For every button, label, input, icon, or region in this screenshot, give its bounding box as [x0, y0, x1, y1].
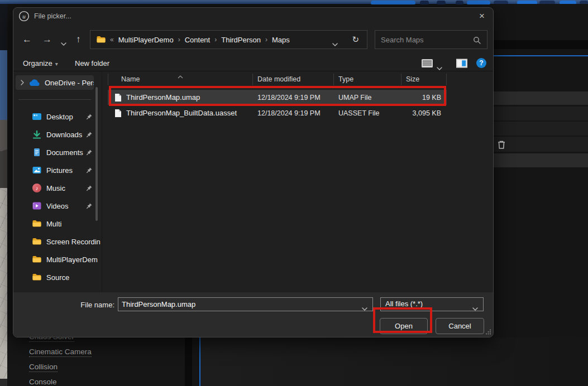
onedrive-cloud-icon	[29, 79, 40, 86]
column-header-size[interactable]: Size	[401, 74, 447, 85]
folder-icon	[32, 219, 42, 229]
breadcrumb-item[interactable]: Maps	[270, 36, 292, 44]
recent-locations-chevron-icon[interactable]	[61, 38, 66, 48]
address-bar[interactable]: « MultiPlayerDemo›Content›ThirdPerson›Ma…	[90, 30, 367, 49]
file-name-label: File name:	[59, 301, 114, 309]
file-name-cell: ThirdPersonMap_BuiltData.uasset	[108, 109, 253, 118]
pin-icon	[85, 202, 93, 210]
settings-link-cinematic-camera[interactable]: Cinematic Camera	[29, 348, 92, 357]
sidebar-item-pictures[interactable]: Pictures	[13, 161, 101, 179]
chevron-down-icon[interactable]	[362, 303, 367, 313]
file-name-input[interactable]	[122, 298, 356, 311]
dialog-titlebar[interactable]: u File picker... ×	[13, 8, 493, 25]
sidebar-item-label: Documents	[46, 148, 83, 157]
sidebar-item-label: Downloads	[46, 131, 82, 139]
sidebar-item-onedrive[interactable]: OneDrive - Perso	[16, 75, 94, 90]
close-icon[interactable]: ×	[475, 9, 489, 23]
taskbar-fragment	[0, 0, 588, 4]
panel-row	[494, 107, 588, 120]
column-header-date-modified[interactable]: Date modified	[253, 74, 334, 85]
annotation-rectangle-open-button	[373, 307, 432, 333]
viewport-sky	[0, 50, 7, 120]
organize-label: Organize	[23, 59, 52, 67]
help-icon[interactable]: ?	[476, 58, 486, 68]
breadcrumb-separator-icon: ›	[263, 36, 270, 44]
panel-row	[494, 153, 588, 167]
breadcrumb-separator-icon: ›	[212, 36, 219, 44]
sidebar-item-multi[interactable]: Multi	[13, 215, 101, 233]
address-dropdown-chevron-icon[interactable]	[332, 38, 338, 49]
new-folder-button[interactable]: New folder	[75, 59, 109, 67]
organize-button[interactable]: Organize▾	[23, 59, 58, 67]
folder-icon	[32, 272, 42, 282]
expand-chevron-icon[interactable]	[21, 80, 24, 85]
panel-row	[494, 91, 588, 105]
pin-icon	[85, 131, 93, 138]
videos-icon	[32, 201, 42, 211]
folder-icon	[96, 35, 106, 45]
pin-icon	[85, 167, 93, 174]
trash-icon[interactable]	[497, 140, 506, 149]
up-button[interactable]: ↑	[76, 35, 81, 45]
editor-details-panel	[494, 4, 588, 386]
panel-row	[494, 122, 588, 136]
navigation-pane: OneDrive - Perso DesktopDownloadsDocumen…	[13, 72, 101, 292]
sidebar-item-music[interactable]: ♪Music	[13, 179, 101, 197]
sidebar-item-multiplayerdem[interactable]: MultiPlayerDem	[13, 250, 101, 268]
taskbar-icon-fragment	[371, 1, 415, 4]
breadcrumb: MultiPlayerDemo›Content›ThirdPerson›Maps	[116, 36, 292, 44]
settings-link-collision[interactable]: Collision	[29, 363, 58, 372]
panel-row	[494, 40, 588, 49]
sidebar-item-source[interactable]: Source	[13, 268, 101, 286]
unreal-engine-logo-icon: u	[18, 11, 30, 22]
taskbar-icon-fragment	[420, 1, 429, 4]
panel-divider	[192, 337, 199, 386]
viewport-floor	[0, 188, 7, 379]
toolbar-divider	[13, 71, 493, 71]
file-type-value: All files (*.*)	[385, 300, 423, 308]
sidebar-item-desktop[interactable]: Desktop	[13, 108, 101, 126]
pictures-icon	[32, 165, 42, 175]
refresh-icon[interactable]: ↻	[352, 35, 359, 45]
sidebar-item-screen-recordin[interactable]: Screen Recordin	[13, 233, 101, 250]
breadcrumb-item[interactable]: ThirdPerson	[219, 36, 263, 44]
sidebar-items: DesktopDownloadsDocumentsPictures♪MusicV…	[13, 108, 101, 286]
desktop-icon	[32, 112, 42, 122]
settings-link-console[interactable]: Console	[29, 378, 57, 386]
sidebar-item-videos[interactable]: Videos	[13, 197, 101, 215]
sidebar-scrollbar[interactable]	[95, 87, 98, 221]
sidebar-item-label: Multi	[46, 220, 61, 228]
search-icon[interactable]	[473, 36, 481, 46]
back-button[interactable]: ←	[22, 35, 32, 45]
breadcrumb-item[interactable]: Content	[183, 36, 213, 44]
search-input[interactable]	[381, 31, 470, 48]
annotation-rectangle-selected-file	[109, 86, 446, 106]
sidebar-item-label: Desktop	[46, 113, 73, 121]
sidebar-item-downloads[interactable]: Downloads	[13, 126, 101, 143]
svg-text:♪: ♪	[36, 185, 39, 191]
file-picker-dialog: u File picker... × ← → ↑ « MultiPlayerDe…	[13, 7, 494, 337]
sidebar-item-documents[interactable]: Documents	[13, 143, 101, 161]
search-box[interactable]	[375, 30, 487, 49]
taskbar-icon-fragment	[467, 1, 490, 4]
breadcrumb-item[interactable]: MultiPlayerDemo	[116, 36, 176, 44]
settings-category-links: Chaos SolverCinematic CameraCollisionCon…	[29, 332, 174, 386]
cancel-button[interactable]: Cancel	[436, 318, 484, 334]
sidebar-item-label: Pictures	[46, 166, 73, 175]
file-row[interactable]: ThirdPersonMap_BuiltData.uasset12/18/202…	[108, 105, 447, 120]
details-view-icon[interactable]	[421, 59, 433, 70]
file-name-combobox[interactable]	[118, 297, 373, 311]
viewport-ramp	[0, 120, 7, 188]
screenshot-root: Chaos SolverCinematic CameraCollisionCon…	[0, 0, 588, 386]
sidebar-item-label: Music	[46, 184, 65, 192]
chevron-down-icon[interactable]	[472, 303, 478, 313]
column-header-type[interactable]: Type	[334, 74, 401, 85]
panel-row	[494, 55, 588, 56]
pin-icon	[85, 185, 93, 192]
sidebar-divider	[18, 99, 91, 100]
downloads-icon	[32, 129, 42, 139]
forward-button[interactable]: →	[42, 35, 52, 45]
breadcrumb-overflow-icon[interactable]: «	[110, 36, 114, 44]
resize-grip-icon[interactable]	[485, 327, 491, 337]
preview-pane-icon[interactable]	[456, 59, 467, 70]
